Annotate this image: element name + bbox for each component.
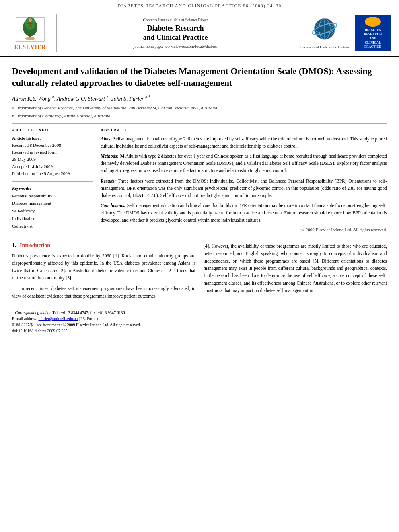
idf-logo-area: International Diabetes Federation [298, 17, 351, 49]
journal-homepage: journal homepage: www.elsevier.com/locat… [63, 44, 288, 49]
contents-available-text: Contents lists available at ScienceDirec… [63, 18, 288, 22]
keywords-label: Keywords: [12, 186, 93, 191]
keyword-4: Individualist [12, 215, 93, 222]
intro-title: 1. Introduction [12, 242, 195, 249]
elsevier-logo: ELSEVIER [8, 15, 52, 51]
idf-text: International Diabetes Federation [300, 45, 349, 49]
main-content: Development and validation of the Diabet… [0, 57, 399, 342]
issn-note: 0168-8227/$ – see front matter © 2009 El… [12, 322, 387, 328]
methods-text: 94 Adults with type 2 diabetes for over … [101, 154, 387, 173]
email-note: E-mail address: j.furler@unimelb.edu.au … [12, 316, 387, 322]
copyright-text: © 2009 Elsevier Ireland Ltd. All rights … [101, 227, 387, 232]
svg-point-4 [25, 37, 35, 40]
page: DIABETES RESEARCH AND CLINICAL PRACTICE … [0, 0, 399, 532]
abstract-methods: Methods: 94 Adults with type 2 diabetes … [101, 153, 387, 174]
journal-header-text: DIABETES RESEARCH AND CLINICAL PRACTICE … [117, 3, 282, 8]
abstract-header: ABSTRACT [101, 128, 387, 132]
keyword-5: Collectivist [12, 222, 93, 230]
methods-label: Methods: [101, 154, 119, 158]
article-title: Development and validation of the Diabet… [12, 65, 387, 89]
conclusions-text: Self-management education and clinical c… [101, 203, 387, 222]
journal-info-box: Contents lists available at ScienceDirec… [56, 14, 294, 52]
abstract-results: Results: Three factors were extracted fr… [101, 178, 387, 199]
intro-title-text: Introduction [20, 242, 50, 249]
authors: Aaron K.Y. Wong a, Andrew G.O. Stewart b… [12, 94, 387, 102]
history-label: Article history: [12, 136, 93, 140]
drcp-title-text: DIABETESRESEARCHANDCLINICALPRACTICE [364, 28, 382, 49]
aims-text: Self-management behaviours of type 2 dia… [101, 136, 387, 148]
keyword-2: Diabetes management [12, 199, 93, 207]
received-date: Received 8 December 2008 [12, 142, 93, 149]
doi-note: doi:10.1016/j.diabres.2009.07.005 [12, 328, 387, 334]
body-separator [12, 238, 387, 238]
separator-keywords [12, 181, 93, 182]
keyword-1: Personal responsibility [12, 192, 93, 200]
body-right-col: [4]. However, the availability of these … [204, 242, 387, 303]
results-text: Three factors were extracted from the DM… [101, 179, 387, 198]
article-info-header: ARTICLE INFO [12, 128, 93, 132]
idf-globe-icon [311, 17, 339, 43]
elsevier-tree-icon [14, 15, 46, 43]
journal-header: DIABETES RESEARCH AND CLINICAL PRACTICE … [0, 0, 399, 10]
results-label: Results: [101, 179, 116, 183]
separator-1 [12, 123, 387, 124]
drcp-circle-icon [365, 17, 381, 27]
article-info-abstract-section: ARTICLE INFO Article history: Received 8… [12, 128, 387, 232]
affiliation-b: b Department of Cardiology, Austin Hospi… [12, 113, 387, 119]
affiliation-a: a Department of General Practice, The Un… [12, 105, 387, 111]
body-left-col: 1. Introduction Diabetes prevalence is e… [12, 242, 195, 303]
footer-notes: * Corresponding author. Tel.: +61 3 8344… [12, 307, 387, 334]
published-date: Published on line 9 August 2009 [12, 170, 93, 177]
intro-number: 1. [12, 242, 16, 249]
abstract-conclusions: Conclusions: Self-management education a… [101, 202, 387, 224]
received-revised-date: Received in revised form28 May 2009 [12, 149, 93, 163]
drcp-logo-box: DIABETESRESEARCHANDCLINICALPRACTICE [355, 15, 391, 51]
aims-label: Aims: [101, 136, 112, 141]
right-intro-para1: [4]. However, the availability of these … [204, 242, 387, 294]
header-banner: ELSEVIER Contents lists available at Sci… [0, 10, 399, 57]
keyword-3: Self-efficacy [12, 207, 93, 215]
body-section: 1. Introduction Diabetes prevalence is e… [12, 242, 387, 303]
elsevier-wordmark: ELSEVIER [14, 44, 46, 51]
article-info-col: ARTICLE INFO Article history: Received 8… [12, 128, 93, 232]
intro-para1: Diabetes prevalence is expected to doubl… [12, 252, 195, 282]
corresponding-note: * Corresponding author. Tel.: +61 3 8344… [12, 310, 387, 316]
journal-title-header: Diabetes Researchand Clinical Practice [63, 24, 288, 43]
accepted-date: Accepted 14 July 2009 [12, 163, 93, 170]
intro-para2: In recent times, diabetes self-managemen… [12, 285, 195, 300]
conclusions-label: Conclusions: [101, 203, 126, 208]
email-link[interactable]: j.furler@unimelb.edu.au [38, 316, 78, 321]
abstract-aims: Aims: Self-management behaviours of type… [101, 136, 387, 150]
svg-point-5 [29, 18, 32, 22]
abstract-col: ABSTRACT Aims: Self-management behaviour… [101, 128, 387, 232]
